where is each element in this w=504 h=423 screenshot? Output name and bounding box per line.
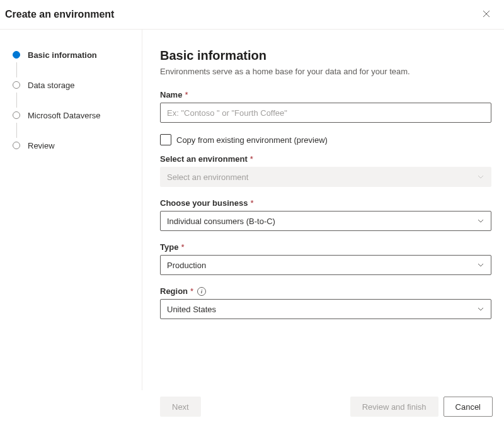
next-button: Next [160, 397, 201, 417]
business-dropdown[interactable]: Individual consumers (B-to-C) [160, 211, 491, 231]
chevron-down-icon [477, 173, 484, 181]
region-label: Region* i [160, 286, 491, 296]
chevron-down-icon [477, 305, 484, 313]
step-bullet-icon [13, 111, 20, 119]
chevron-down-icon [477, 261, 484, 269]
step-label: Data storage [28, 81, 74, 90]
region-dropdown[interactable]: United States [160, 299, 491, 319]
page-title: Basic information [160, 48, 491, 63]
step-basic-information[interactable]: Basic information [13, 48, 142, 61]
step-bullet-icon [13, 81, 20, 89]
type-label: Type* [160, 242, 491, 252]
step-microsoft-dataverse[interactable]: Microsoft Dataverse [13, 109, 142, 121]
business-label: Choose your business* [160, 198, 491, 208]
info-icon[interactable]: i [197, 287, 206, 296]
wizard-steps: Basic information Data storage Microsoft… [0, 30, 142, 390]
step-review[interactable]: Review [13, 139, 142, 152]
dialog-title: Create an environment [5, 9, 114, 20]
select-environment-dropdown: Select an environment [160, 167, 491, 187]
step-label: Microsoft Dataverse [28, 111, 101, 120]
close-button[interactable] [478, 6, 495, 23]
chevron-down-icon [477, 217, 484, 225]
step-bullet-active-icon [13, 51, 20, 59]
step-data-storage[interactable]: Data storage [13, 79, 142, 91]
cancel-button[interactable]: Cancel [444, 397, 493, 417]
page-description: Environments serve as a home base for yo… [160, 67, 491, 76]
review-and-finish-button: Review and finish [350, 397, 438, 417]
close-icon [483, 9, 490, 20]
step-bullet-icon [13, 142, 20, 149]
step-label: Basic information [28, 50, 97, 60]
select-environment-label: Select an environment* [160, 154, 491, 164]
name-input[interactable] [160, 103, 491, 123]
step-label: Review [28, 141, 55, 150]
type-dropdown[interactable]: Production [160, 255, 491, 275]
copy-from-existing-checkbox[interactable] [160, 134, 171, 145]
name-label: Name* [160, 90, 491, 99]
copy-from-existing-label: Copy from existing environment (preview) [176, 135, 328, 145]
